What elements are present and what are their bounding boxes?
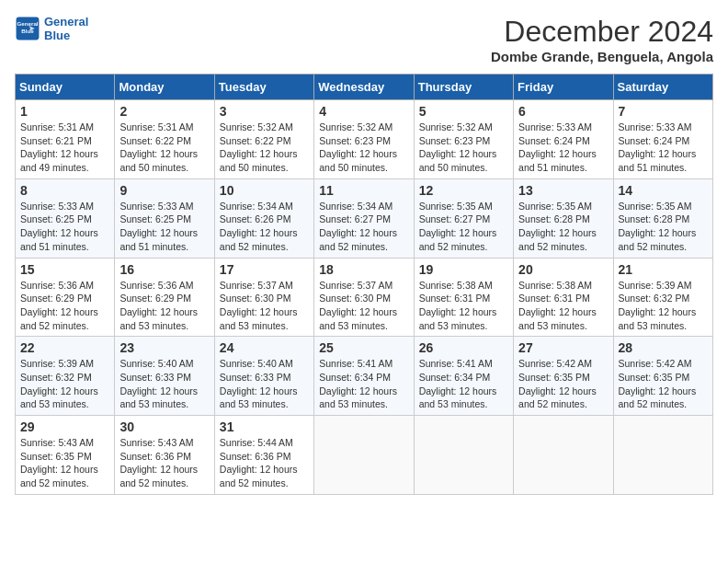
day-info: Sunrise: 5:31 AMSunset: 6:21 PMDaylight:… [20,121,98,173]
title-area: December 2024 Dombe Grande, Benguela, An… [491,15,713,64]
day-info: Sunrise: 5:37 AMSunset: 6:30 PMDaylight:… [220,280,298,331]
calendar-day-21: 21Sunrise: 5:39 AMSunset: 6:32 PMDayligh… [613,258,712,337]
day-info: Sunrise: 5:35 AMSunset: 6:27 PMDaylight:… [419,201,497,252]
calendar-week-1: 1Sunrise: 5:31 AMSunset: 6:21 PMDaylight… [16,100,713,179]
page-title: December 2024 [491,15,713,49]
day-number: 30 [119,419,209,434]
day-info: Sunrise: 5:38 AMSunset: 6:31 PMDaylight:… [518,280,597,331]
day-number: 9 [119,183,209,198]
calendar-header-sunday: Sunday [16,75,115,100]
calendar-day-28: 28Sunrise: 5:42 AMSunset: 6:35 PMDayligh… [613,337,712,416]
calendar-week-5: 29Sunrise: 5:43 AMSunset: 6:35 PMDayligh… [16,416,713,495]
day-number: 6 [518,104,608,119]
day-info: Sunrise: 5:44 AMSunset: 6:36 PMDaylight:… [220,437,298,488]
svg-text:General: General [17,20,38,27]
day-info: Sunrise: 5:35 AMSunset: 6:28 PMDaylight:… [619,201,697,252]
day-info: Sunrise: 5:36 AMSunset: 6:29 PMDaylight:… [119,280,198,331]
day-info: Sunrise: 5:33 AMSunset: 6:25 PMDaylight:… [119,201,198,252]
day-info: Sunrise: 5:43 AMSunset: 6:35 PMDaylight:… [20,437,98,488]
day-number: 23 [119,340,209,355]
day-number: 8 [20,183,109,198]
day-info: Sunrise: 5:43 AMSunset: 6:36 PMDaylight:… [119,437,198,488]
day-number: 21 [619,262,708,277]
calendar-day-23: 23Sunrise: 5:40 AMSunset: 6:33 PMDayligh… [115,337,214,416]
calendar-day-22: 22Sunrise: 5:39 AMSunset: 6:32 PMDayligh… [16,337,115,416]
logo: General Blue GeneralBlue [15,15,88,42]
day-info: Sunrise: 5:40 AMSunset: 6:33 PMDaylight:… [119,358,198,409]
calendar-day-12: 12Sunrise: 5:35 AMSunset: 6:27 PMDayligh… [414,178,513,258]
page-header: General Blue GeneralBlue December 2024 D… [15,15,713,64]
day-number: 3 [220,104,309,119]
calendar-day-2: 2Sunrise: 5:31 AMSunset: 6:22 PMDaylight… [115,100,214,179]
calendar-header-tuesday: Tuesday [214,75,313,100]
calendar-day-11: 11Sunrise: 5:34 AMSunset: 6:27 PMDayligh… [314,178,414,258]
calendar-day-8: 8Sunrise: 5:33 AMSunset: 6:25 PMDaylight… [16,178,115,258]
calendar-day-7: 7Sunrise: 5:33 AMSunset: 6:24 PMDaylight… [613,100,712,179]
day-number: 18 [319,262,408,277]
day-info: Sunrise: 5:39 AMSunset: 6:32 PMDaylight:… [20,358,98,409]
day-info: Sunrise: 5:40 AMSunset: 6:33 PMDaylight:… [220,358,298,409]
day-info: Sunrise: 5:32 AMSunset: 6:22 PMDaylight:… [220,121,298,173]
calendar-day-13: 13Sunrise: 5:35 AMSunset: 6:28 PMDayligh… [514,178,613,258]
calendar-header-thursday: Thursday [414,75,513,100]
day-number: 19 [419,262,508,277]
calendar-day-20: 20Sunrise: 5:38 AMSunset: 6:31 PMDayligh… [514,258,613,337]
day-number: 28 [619,340,708,355]
day-info: Sunrise: 5:35 AMSunset: 6:28 PMDaylight:… [518,201,597,252]
calendar-empty-cell [414,416,513,495]
calendar-week-4: 22Sunrise: 5:39 AMSunset: 6:32 PMDayligh… [16,337,713,416]
logo-text: GeneralBlue [44,15,88,42]
calendar-day-25: 25Sunrise: 5:41 AMSunset: 6:34 PMDayligh… [314,337,414,416]
day-number: 10 [220,183,309,198]
calendar-header-friday: Friday [514,75,613,100]
calendar-day-29: 29Sunrise: 5:43 AMSunset: 6:35 PMDayligh… [16,416,115,495]
calendar-day-1: 1Sunrise: 5:31 AMSunset: 6:21 PMDaylight… [16,100,115,179]
calendar-day-30: 30Sunrise: 5:43 AMSunset: 6:36 PMDayligh… [115,416,214,495]
day-info: Sunrise: 5:34 AMSunset: 6:26 PMDaylight:… [220,201,298,252]
calendar-day-31: 31Sunrise: 5:44 AMSunset: 6:36 PMDayligh… [214,416,313,495]
calendar-day-26: 26Sunrise: 5:41 AMSunset: 6:34 PMDayligh… [414,337,513,416]
day-number: 5 [419,104,508,119]
calendar-empty-cell [314,416,414,495]
day-number: 7 [619,104,708,119]
day-info: Sunrise: 5:41 AMSunset: 6:34 PMDaylight:… [419,358,497,409]
day-number: 15 [20,262,109,277]
calendar-day-14: 14Sunrise: 5:35 AMSunset: 6:28 PMDayligh… [613,178,712,258]
calendar-day-27: 27Sunrise: 5:42 AMSunset: 6:35 PMDayligh… [514,337,613,416]
calendar-day-16: 16Sunrise: 5:36 AMSunset: 6:29 PMDayligh… [115,258,214,337]
calendar-day-10: 10Sunrise: 5:34 AMSunset: 6:26 PMDayligh… [214,178,313,258]
calendar-week-2: 8Sunrise: 5:33 AMSunset: 6:25 PMDaylight… [16,178,713,258]
day-info: Sunrise: 5:39 AMSunset: 6:32 PMDaylight:… [619,280,697,331]
calendar-day-18: 18Sunrise: 5:37 AMSunset: 6:30 PMDayligh… [314,258,414,337]
day-info: Sunrise: 5:33 AMSunset: 6:24 PMDaylight:… [518,121,597,173]
day-info: Sunrise: 5:41 AMSunset: 6:34 PMDaylight:… [319,358,397,409]
day-number: 25 [319,340,408,355]
calendar-day-3: 3Sunrise: 5:32 AMSunset: 6:22 PMDaylight… [214,100,313,179]
day-number: 17 [220,262,309,277]
calendar-header-wednesday: Wednesday [314,75,414,100]
day-number: 14 [619,183,708,198]
calendar-header-row: SundayMondayTuesdayWednesdayThursdayFrid… [16,75,713,100]
day-number: 31 [220,419,309,434]
day-info: Sunrise: 5:42 AMSunset: 6:35 PMDaylight:… [619,358,697,409]
calendar-empty-cell [514,416,613,495]
day-number: 29 [20,419,109,434]
day-info: Sunrise: 5:32 AMSunset: 6:23 PMDaylight:… [419,121,497,173]
logo-icon: General Blue [15,16,40,41]
day-info: Sunrise: 5:33 AMSunset: 6:24 PMDaylight:… [619,121,697,173]
calendar-header-saturday: Saturday [613,75,712,100]
day-number: 2 [119,104,209,119]
day-info: Sunrise: 5:42 AMSunset: 6:35 PMDaylight:… [518,358,597,409]
day-number: 4 [319,104,408,119]
day-info: Sunrise: 5:32 AMSunset: 6:23 PMDaylight:… [319,121,397,173]
day-number: 22 [20,340,109,355]
calendar-day-4: 4Sunrise: 5:32 AMSunset: 6:23 PMDaylight… [314,100,414,179]
day-info: Sunrise: 5:38 AMSunset: 6:31 PMDaylight:… [419,280,497,331]
day-info: Sunrise: 5:37 AMSunset: 6:30 PMDaylight:… [319,280,397,331]
day-info: Sunrise: 5:36 AMSunset: 6:29 PMDaylight:… [20,280,98,331]
day-number: 11 [319,183,408,198]
day-number: 27 [518,340,608,355]
day-info: Sunrise: 5:34 AMSunset: 6:27 PMDaylight:… [319,201,397,252]
day-number: 12 [419,183,508,198]
calendar-header-monday: Monday [115,75,214,100]
